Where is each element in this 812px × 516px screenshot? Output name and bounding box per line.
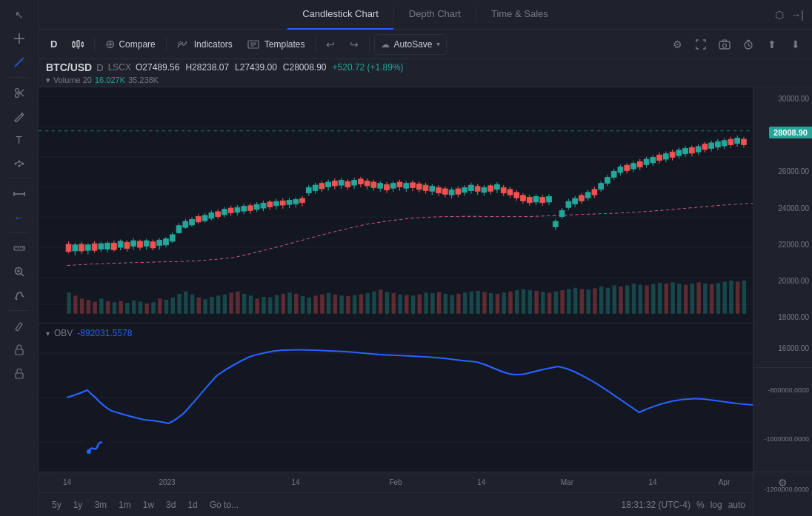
tf-1y[interactable]: 1y — [67, 497, 89, 512]
svg-rect-117 — [444, 294, 447, 314]
svg-rect-193 — [157, 240, 162, 245]
tf-5y[interactable]: 5y — [46, 497, 67, 512]
autosave-button[interactable]: ☁ AutoSave ▾ — [374, 34, 446, 55]
svg-rect-100 — [333, 295, 337, 314]
tab-depth[interactable]: Depth Chart — [394, 0, 476, 30]
svg-rect-161 — [729, 281, 733, 314]
compare-button[interactable]: ⊕ Compare — [99, 34, 161, 55]
svg-rect-263 — [385, 184, 390, 190]
arrow-left-tool[interactable]: ← — [7, 207, 31, 228]
svg-rect-91 — [275, 295, 279, 313]
svg-rect-30 — [16, 373, 23, 378]
svg-rect-79 — [197, 298, 201, 314]
svg-rect-99 — [327, 293, 330, 314]
magnet-tool[interactable] — [7, 285, 31, 306]
fullscreen-button[interactable] — [690, 34, 711, 55]
svg-rect-255 — [359, 179, 364, 184]
svg-rect-213 — [222, 210, 227, 215]
tf-3d[interactable]: 3d — [160, 497, 182, 512]
trend-line-tool[interactable] — [7, 52, 31, 73]
svg-rect-307 — [527, 197, 532, 202]
svg-rect-227 — [267, 202, 273, 207]
svg-rect-149 — [651, 284, 655, 314]
left-toolbar: ↖ T ← — [0, 0, 39, 516]
svg-rect-106 — [372, 292, 376, 314]
download-button[interactable]: ⬇ — [785, 34, 806, 55]
svg-rect-215 — [228, 208, 233, 213]
svg-rect-269 — [404, 184, 409, 189]
pencil-tool[interactable] — [7, 106, 31, 127]
svg-rect-279 — [436, 187, 442, 192]
tv-logo — [83, 434, 110, 463]
tf-1m[interactable]: 1m — [113, 497, 137, 512]
goto-button[interactable]: Go to... — [204, 497, 244, 512]
lock-tool[interactable] — [7, 339, 31, 360]
obv-chevron[interactable]: ▾ — [46, 329, 50, 338]
svg-rect-154 — [684, 285, 688, 314]
log-button[interactable]: log — [710, 500, 722, 510]
svg-rect-353 — [676, 150, 682, 155]
svg-rect-118 — [450, 295, 453, 313]
cursor-tool[interactable]: ↖ — [7, 4, 31, 25]
node-tool[interactable] — [7, 153, 31, 174]
svg-rect-197 — [170, 235, 175, 241]
svg-rect-88 — [255, 298, 259, 313]
auto-button[interactable]: auto — [728, 500, 745, 510]
crosshair-tool[interactable] — [7, 28, 31, 49]
svg-rect-351 — [670, 152, 675, 157]
text-tool[interactable]: T — [7, 130, 31, 150]
timer-button[interactable] — [738, 34, 759, 55]
svg-rect-313 — [547, 197, 552, 202]
svg-rect-150 — [658, 283, 662, 314]
axis-settings[interactable]: ⚙ — [753, 472, 812, 492]
redo-button[interactable]: ↪ — [344, 34, 365, 55]
time-axis: 14 2023 14 Feb 14 Mar 14 Apr — [39, 472, 753, 492]
svg-line-12 — [16, 161, 19, 164]
svg-rect-119 — [456, 294, 460, 314]
svg-line-24 — [21, 273, 24, 276]
settings-button[interactable]: ⚙ — [667, 34, 688, 55]
close-panel-btn[interactable]: →| — [788, 6, 806, 24]
zoom-tool[interactable] — [7, 261, 31, 282]
svg-rect-235 — [293, 200, 299, 204]
price-chart-area[interactable] — [39, 87, 753, 324]
svg-rect-31 — [73, 42, 75, 47]
price-axis-obv: -800000.0000 -1000000.0000 -1200000.0000 — [753, 368, 812, 516]
svg-rect-93 — [287, 292, 291, 314]
svg-rect-143 — [612, 285, 616, 313]
toolbar-sep-2 — [9, 178, 30, 179]
tf-1d[interactable]: 1d — [182, 497, 203, 512]
scissors-tool[interactable] — [7, 82, 31, 103]
price-22000: 22000.00 — [778, 240, 809, 248]
svg-rect-359 — [696, 147, 701, 152]
svg-rect-82 — [216, 295, 220, 313]
ruler-tool[interactable] — [7, 238, 31, 258]
timeframe-button[interactable]: D — [44, 34, 63, 55]
indicators-button[interactable]: Indicators — [171, 34, 239, 55]
svg-rect-221 — [248, 206, 253, 211]
chart-type-button[interactable] — [66, 34, 90, 55]
share-button[interactable]: ⬆ — [762, 34, 782, 55]
tf-3m[interactable]: 3m — [88, 497, 113, 512]
measure-tool[interactable] — [7, 184, 31, 204]
undo-button[interactable]: ↩ — [320, 34, 341, 55]
svg-rect-283 — [449, 190, 454, 195]
svg-rect-131 — [534, 291, 538, 314]
charts-main: ▾ OBV -892031.5578 — [39, 87, 753, 516]
svg-rect-71 — [145, 304, 149, 314]
obv-chart-area[interactable]: ▾ OBV -892031.5578 — [39, 324, 753, 472]
svg-rect-73 — [158, 298, 162, 313]
tab-time-sales[interactable]: Time & Sales — [476, 0, 563, 30]
tf-1w[interactable]: 1w — [137, 497, 160, 512]
pct-button[interactable]: % — [696, 500, 705, 510]
unlock-tool[interactable] — [7, 363, 31, 383]
templates-button[interactable]: Templates — [242, 34, 311, 55]
svg-rect-127 — [508, 292, 512, 314]
pencil2-tool[interactable] — [7, 315, 31, 336]
collapse-btn[interactable]: ⬡ — [771, 6, 788, 24]
tab-candlestick[interactable]: Candlestick Chart — [287, 0, 393, 30]
svg-rect-347 — [657, 155, 662, 160]
time-label-14-mar: 14 — [648, 478, 656, 486]
svg-rect-158 — [710, 284, 713, 314]
screenshot-button[interactable] — [714, 34, 735, 55]
